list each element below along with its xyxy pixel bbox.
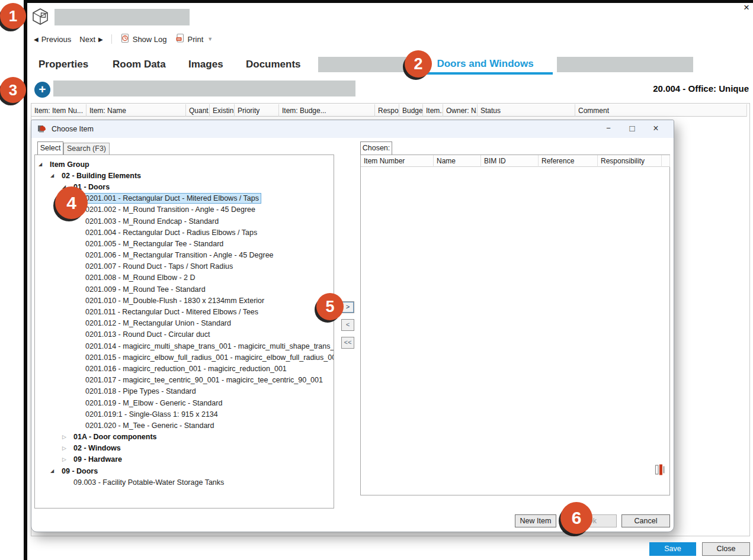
tree-item-label: 0201.020 - M_Tee - Generic - Standard xyxy=(83,420,216,431)
tree-item[interactable]: 0201.013 - Round Duct - Circular duct xyxy=(35,329,334,340)
column-header[interactable]: Item: Budge... xyxy=(279,104,375,117)
column-label: Item Number xyxy=(364,155,405,167)
tab-room-data[interactable]: Room Data xyxy=(113,57,166,72)
tree-item[interactable]: 0201.008 - M_Round Elbow - 2 D xyxy=(35,272,334,284)
save-button[interactable]: Save xyxy=(649,542,696,556)
column-header[interactable]: Item: Name xyxy=(86,104,186,117)
column-header[interactable]: Priority xyxy=(235,104,279,117)
tree-item[interactable]: ◢09 - Doors xyxy=(35,465,334,477)
tree-expanded-icon[interactable]: ◢ xyxy=(39,162,47,167)
column-header[interactable]: Respo... xyxy=(375,104,399,117)
tree-item[interactable]: 0201.019:1 - Single-Glass 1: 915 x 2134 xyxy=(35,408,334,420)
column-header[interactable]: Reference xyxy=(539,155,598,167)
tree-item-label: 02 - Building Elements xyxy=(59,170,143,181)
new-item-button[interactable]: New Item xyxy=(515,514,556,527)
dialog-maximize-icon[interactable]: □ xyxy=(620,120,644,138)
close-button[interactable]: Close xyxy=(702,542,750,556)
tree-item[interactable]: 0201.020 - M_Tee - Generic - Standard xyxy=(35,420,334,431)
tree-item[interactable]: 0201.010 - M_Double-Flush - 1830 x 2134m… xyxy=(35,295,334,306)
column-label: Reference xyxy=(541,155,574,167)
window-close-icon[interactable]: × xyxy=(741,2,752,14)
column-header[interactable]: Quant... xyxy=(186,104,210,117)
tree-item[interactable]: ▷02 - Windows xyxy=(35,443,334,454)
tree-item[interactable]: 0201.016 - magicirc_reduction_001 - magi… xyxy=(35,363,334,374)
tree-item-label: 01A - Door components xyxy=(71,432,159,442)
column-header[interactable]: Responsibility xyxy=(598,155,662,167)
column-header[interactable]: Existin... xyxy=(210,104,235,117)
column-label: Quant... xyxy=(189,105,210,117)
dialog-titlebar[interactable] xyxy=(31,120,674,138)
column-header[interactable]: Status xyxy=(478,104,575,117)
tree-item[interactable]: 0201.014 - magicirc_multi_shape_trans_00… xyxy=(35,340,334,352)
dialog-title: Choose Item xyxy=(52,120,94,138)
tab-doors-and-windows[interactable]: Doors and Windows xyxy=(418,56,553,75)
app-logo-icon xyxy=(31,7,50,28)
tab-search[interactable]: Search (F3) xyxy=(63,143,110,155)
toolbar-divider xyxy=(111,34,112,44)
tree-item-label: 0201.010 - M_Double-Flush - 1830 x 2134m… xyxy=(83,295,267,306)
column-header[interactable]: Item Number xyxy=(361,155,434,167)
column-header[interactable]: Budge... xyxy=(399,104,423,117)
column-label: Item... xyxy=(426,105,443,117)
column-header[interactable] xyxy=(662,155,670,167)
tree-item[interactable]: ◢02 - Building Elements xyxy=(35,170,334,181)
choose-item-dialog: Choose Item − □ × Select Search (F3) ◢It… xyxy=(31,120,674,532)
tree-item[interactable]: 0201.015 - magicirc_elbow_full_radius_00… xyxy=(35,352,334,363)
tree-collapsed-icon[interactable]: ▷ xyxy=(62,434,71,440)
column-header[interactable]: Owner: N... xyxy=(443,104,478,117)
next-button[interactable]: Next ▶ xyxy=(79,35,102,44)
tree-item[interactable]: 0201.006 - M_Rectangular Transition - An… xyxy=(35,250,334,261)
previous-button[interactable]: ◀ Previous xyxy=(34,35,71,44)
tree-item[interactable]: 0201.007 - Round Duct - Taps / Short Rad… xyxy=(35,261,334,272)
tree-item-label: Item Group xyxy=(47,159,92,170)
tree-item[interactable]: ▷01A - Door components xyxy=(35,432,334,443)
tree-expanded-icon[interactable]: ◢ xyxy=(50,173,59,178)
tab-properties[interactable]: Properties xyxy=(39,57,88,72)
tree-collapsed-icon[interactable]: ▷ xyxy=(62,456,71,462)
remove-selected-button[interactable]: < xyxy=(341,319,354,331)
tree-expanded-icon[interactable]: ◢ xyxy=(50,468,59,474)
tree-item[interactable]: ▷09 - Hardware xyxy=(35,454,334,465)
add-item-button[interactable]: + xyxy=(34,82,50,98)
toolbar: ◀ Previous Next ▶ Show Log xyxy=(34,33,213,46)
print-dropdown-icon[interactable]: ▼ xyxy=(207,36,213,42)
tree-item[interactable]: 0201.019 - M_Elbow - Generic - Standard xyxy=(35,397,334,408)
column-header[interactable]: BIM ID xyxy=(481,155,539,167)
tree-item-label: 09.003 - Facility Potable-Water Storage … xyxy=(71,477,226,488)
tree-item[interactable]: ◢Item Group xyxy=(35,159,334,170)
column-header[interactable]: Name xyxy=(434,155,481,167)
dialog-minimize-icon[interactable]: − xyxy=(597,120,620,138)
tree-item[interactable]: 0201.012 - M_Rectangular Union - Standar… xyxy=(35,318,334,329)
column-label: Responsibility xyxy=(601,155,645,167)
tab-chosen[interactable]: Chosen: xyxy=(360,141,392,155)
tab-select[interactable]: Select xyxy=(37,141,63,155)
callout-badge-2: 2 xyxy=(405,50,432,78)
tree-item[interactable]: 0201.005 - M_Rectangular Tee - Standard xyxy=(35,238,334,249)
cancel-button[interactable]: Cancel xyxy=(621,514,670,527)
tree-item[interactable]: 0201.011 - Rectangular Duct - Mitered El… xyxy=(35,306,334,317)
remove-all-button[interactable]: << xyxy=(341,337,354,349)
tree-item-label: 0201.019 - M_Elbow - Generic - Standard xyxy=(83,398,225,408)
print-button[interactable]: Print ▼ xyxy=(175,33,213,45)
tree-item[interactable]: 0201.009 - M_Round Tee - Standard xyxy=(35,284,334,295)
dialog-close-icon[interactable]: × xyxy=(644,120,668,138)
callout-badge-3: 3 xyxy=(0,77,26,103)
show-log-button[interactable]: Show Log xyxy=(120,33,167,45)
tree-item-label: 0201.002 - M_Round Transition - Angle - … xyxy=(83,204,258,215)
callout-badge-4: 4 xyxy=(55,186,88,219)
column-header[interactable]: Item... xyxy=(423,104,443,117)
tree-item[interactable]: 09.003 - Facility Potable-Water Storage … xyxy=(35,477,334,488)
previous-arrow-icon: ◀ xyxy=(34,36,39,43)
column-header[interactable]: Item: Item Nu...▲ xyxy=(31,104,86,117)
tree-item[interactable]: 0201.004 - Rectangular Duct - Radius Elb… xyxy=(35,227,334,238)
tree-item[interactable]: 0201.018 - Pipe Types - Standard xyxy=(35,386,334,397)
tree-item[interactable]: 0201.017 - magicirc_tee_centric_90_001 -… xyxy=(35,375,334,386)
tab-documents[interactable]: Documents xyxy=(246,57,301,72)
tree-collapsed-icon[interactable]: ▷ xyxy=(62,445,71,451)
tree-item-label: 0201.016 - magicirc_reduction_001 - magi… xyxy=(83,363,289,374)
tab-images[interactable]: Images xyxy=(188,57,223,72)
redacted-tab xyxy=(318,57,409,72)
column-header[interactable]: Comment xyxy=(575,104,747,117)
tree-item[interactable]: 0201.003 - M_Round Endcap - Standard xyxy=(35,215,334,227)
tree-item-label: 0201.014 - magicirc_multi_shape_trans_00… xyxy=(83,341,334,352)
